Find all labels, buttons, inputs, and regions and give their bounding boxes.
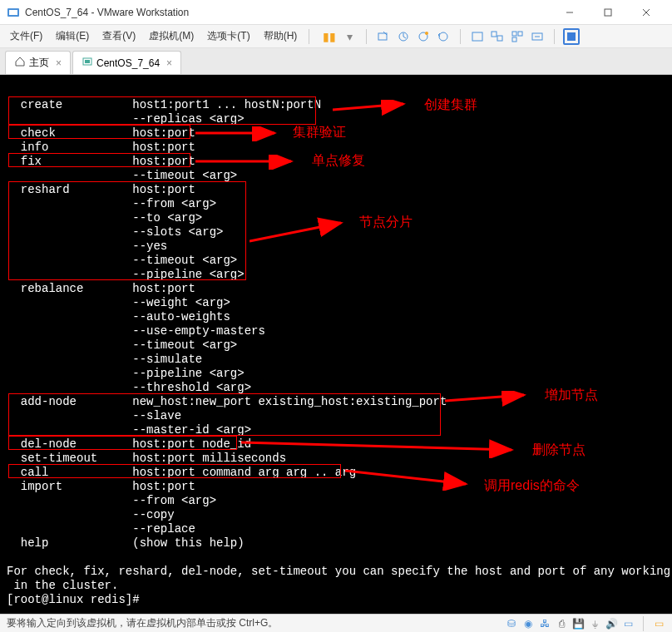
home-icon [14,56,26,70]
statusbar-devices: ⛁ ◉ 🖧 ⎙ 💾 ⏚ 🔊 ▭ ▭ [505,616,665,631]
menubar: 文件(F) 编辑(E) 查看(V) 虚拟机(M) 选项卡(T) 帮助(H) ▮▮… [0,25,672,48]
close-button[interactable] [627,0,665,25]
svg-rect-11 [472,32,482,41]
separator [643,616,644,631]
snapshot-manager-icon[interactable] [415,28,432,45]
annotation-fix: 单点修复 [312,153,365,167]
send-icon[interactable] [375,28,392,45]
tab-home-label: 主页 [29,56,49,70]
annotation-delnode: 删除节点 [532,442,586,457]
menu-file[interactable]: 文件(F) [3,26,49,47]
pause-icon[interactable]: ▮▮ [321,28,338,45]
annotation-check: 集群验证 [293,125,346,139]
thumbnail-icon[interactable] [509,28,526,45]
tabbar: 主页 × CentOS_7_64 × [0,48,672,75]
annotation-addnode: 增加节点 [545,388,598,402]
close-icon[interactable]: × [56,57,62,69]
statusbar-hint: 要将输入定向到该虚拟机，请在虚拟机内部单击或按 Ctrl+G。 [7,616,278,630]
separator [309,29,309,44]
svg-rect-15 [518,32,522,36]
svg-point-10 [439,32,447,41]
stretch-icon[interactable] [529,28,546,45]
window-titlebar: CentOS_7_64 - VMware Workstation [0,0,672,25]
menu-vm[interactable]: 虚拟机(M) [142,26,200,47]
cd-icon[interactable]: ◉ [521,617,535,630]
svg-rect-1 [9,10,17,15]
separator [554,29,555,44]
snapshot-icon[interactable] [395,28,412,45]
separator [366,29,367,44]
svg-rect-16 [512,37,516,42]
vm-icon [82,56,93,70]
menu-tabs[interactable]: 选项卡(T) [200,26,256,47]
printer-icon[interactable]: ⎙ [555,617,568,630]
annotation-create: 创建集群 [424,97,477,111]
separator [460,29,461,44]
svg-rect-20 [85,60,90,63]
menu-view[interactable]: 查看(V) [96,26,142,47]
annotation-reshard: 节点分片 [359,215,413,229]
display-icon[interactable]: ▭ [621,617,635,630]
tab-vm[interactable]: CentOS_7_64 × [72,51,181,74]
terminal-screen[interactable]: create host1:port1 ... hostN:portN --rep… [0,75,672,614]
tab-home[interactable]: 主页 × [5,51,71,74]
fullscreen-icon[interactable] [469,28,486,45]
app-icon [7,6,20,19]
svg-point-9 [425,32,428,35]
svg-rect-12 [492,32,497,37]
revert-icon[interactable] [435,28,452,45]
statusbar: 要将输入定向到该虚拟机，请在虚拟机内部单击或按 Ctrl+G。 ⛁ ◉ 🖧 ⎙ … [0,614,672,632]
svg-rect-13 [497,36,502,41]
terminal-output: create host1:port1 ... hostN:portN --rep… [7,98,672,607]
svg-rect-3 [605,9,611,16]
message-icon[interactable]: ▭ [652,617,665,630]
usb-icon[interactable]: ⏚ [588,617,601,630]
network-icon[interactable]: 🖧 [538,617,551,630]
tab-vm-label: CentOS_7_64 [96,57,160,69]
menu-edit[interactable]: 编辑(E) [49,26,96,47]
dropdown-icon[interactable]: ▾ [341,28,358,45]
toolbar: ▮▮ ▾ [321,28,580,45]
console-view-icon[interactable] [563,28,580,45]
minimize-button[interactable] [551,0,589,25]
maximize-button[interactable] [589,0,627,25]
menu-help[interactable]: 帮助(H) [257,26,304,47]
svg-rect-18 [567,32,576,41]
sound-icon[interactable]: 🔊 [605,617,618,630]
close-icon[interactable]: × [166,57,172,69]
svg-rect-14 [512,32,516,36]
disk-icon[interactable]: ⛁ [505,617,518,630]
floppy-icon[interactable]: 💾 [571,617,585,630]
unity-icon[interactable] [489,28,506,45]
annotation-call: 调用redis的命令 [484,478,580,492]
window-title: CentOS_7_64 - VMware Workstation [25,7,551,18]
